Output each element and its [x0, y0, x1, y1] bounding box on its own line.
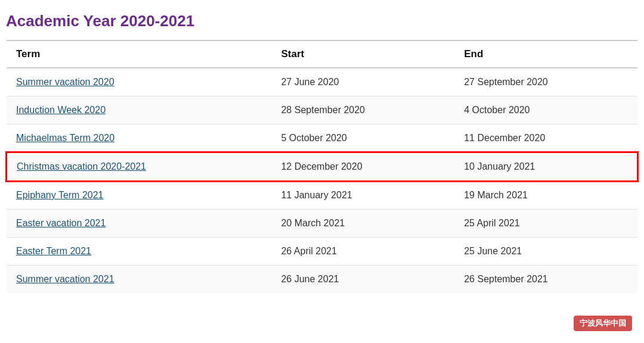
table-row: Easter Term 202126 April 202125 June 202…	[7, 238, 637, 266]
table-cell-end: 25 June 2021	[454, 238, 637, 266]
table-row: Christmas vacation 2020-202112 December …	[7, 152, 637, 181]
col-header-term: Term	[7, 40, 271, 68]
table-cell-end: 25 April 2021	[454, 210, 637, 238]
term-link[interactable]: Christmas vacation 2020-2021	[17, 161, 146, 172]
term-link[interactable]: Summer vacation 2020	[16, 77, 114, 87]
table-cell-start: 28 September 2020	[271, 96, 454, 124]
table-cell-term: Epiphany Term 2021	[7, 181, 271, 210]
table-cell-term: Summer vacation 2021	[7, 266, 271, 294]
page-title: Academic Year 2020-2021	[6, 12, 638, 30]
table-cell-start: 11 January 2021	[271, 181, 454, 210]
table-row: Epiphany Term 202111 January 202119 Marc…	[7, 181, 637, 210]
term-link[interactable]: Easter Term 2021	[16, 246, 91, 256]
watermark: 宁波风华中国	[574, 316, 632, 331]
term-link[interactable]: Michaelmas Term 2020	[16, 133, 114, 143]
table-cell-start: 20 March 2021	[271, 210, 454, 238]
table-cell-term: Christmas vacation 2020-2021	[7, 152, 271, 181]
term-link[interactable]: Summer vacation 2021	[16, 274, 114, 284]
table-cell-end: 4 October 2020	[454, 96, 637, 124]
term-link[interactable]: Epiphany Term 2021	[16, 190, 103, 200]
table-cell-end: 27 September 2020	[454, 68, 637, 96]
table-cell-end: 19 March 2021	[454, 181, 637, 210]
term-link[interactable]: Induction Week 2020	[16, 105, 106, 115]
table-cell-start: 27 June 2020	[271, 68, 454, 96]
table-cell-term: Summer vacation 2020	[7, 68, 271, 96]
table-row: Easter vacation 202120 March 202125 Apri…	[7, 210, 637, 238]
table-header-row: Term Start End	[7, 40, 637, 68]
table-cell-end: 11 December 2020	[454, 124, 637, 153]
table-cell-term: Easter Term 2021	[7, 238, 271, 266]
table-cell-end: 26 September 2021	[454, 266, 637, 294]
term-link[interactable]: Easter vacation 2021	[16, 218, 106, 228]
table-cell-start: 26 June 2021	[271, 266, 454, 294]
table-row: Summer vacation 202027 June 202027 Septe…	[7, 68, 637, 96]
col-header-start: Start	[271, 40, 454, 68]
table-cell-term: Michaelmas Term 2020	[7, 124, 271, 153]
table-cell-start: 5 October 2020	[271, 124, 454, 153]
table-cell-start: 26 April 2021	[271, 238, 454, 266]
table-row: Induction Week 202028 September 20204 Oc…	[7, 96, 637, 124]
academic-calendar-table: Term Start End Summer vacation 202027 Ju…	[6, 40, 638, 293]
table-row: Michaelmas Term 20205 October 202011 Dec…	[7, 124, 637, 153]
table-cell-start: 12 December 2020	[271, 152, 454, 181]
col-header-end: End	[454, 40, 637, 68]
table-row: Summer vacation 202126 June 202126 Septe…	[7, 266, 637, 294]
table-cell-term: Induction Week 2020	[7, 96, 271, 124]
table-cell-term: Easter vacation 2021	[7, 210, 271, 238]
table-cell-end: 10 January 2021	[454, 152, 637, 181]
